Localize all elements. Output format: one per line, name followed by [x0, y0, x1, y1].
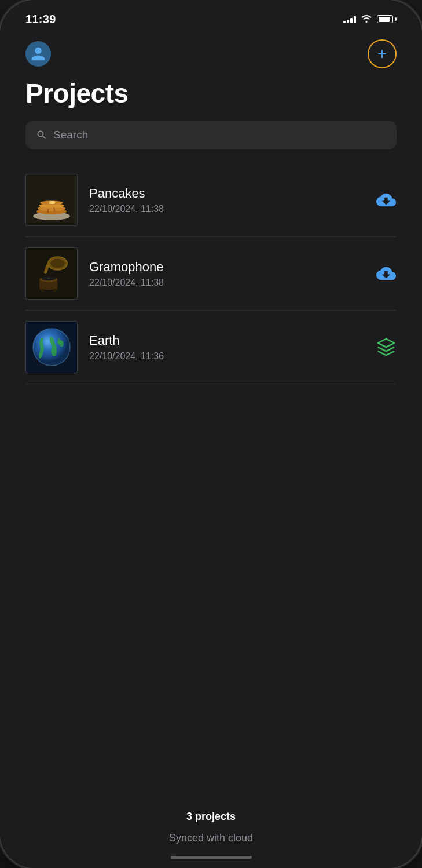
project-thumbnail-gramophone — [25, 247, 78, 300]
project-date: 22/10/2024, 11:38 — [89, 204, 364, 214]
project-thumbnail-pancakes — [25, 174, 78, 226]
project-date: 22/10/2024, 11:36 — [89, 351, 364, 362]
svg-point-12 — [47, 278, 50, 279]
status-icons — [343, 14, 397, 25]
project-name: Gramophone — [89, 260, 364, 275]
svg-rect-14 — [54, 289, 56, 293]
project-info-earth: Earth 22/10/2024, 11:36 — [89, 333, 364, 362]
project-info-gramophone: Gramophone 22/10/2024, 11:38 — [89, 260, 364, 288]
status-bar: 11:39 — [0, 0, 422, 32]
page-title: Projects — [25, 78, 397, 109]
pancakes-image — [28, 177, 75, 223]
wifi-icon — [361, 14, 372, 25]
battery-icon — [377, 15, 397, 23]
project-info-pancakes: Pancakes 22/10/2024, 11:38 — [89, 186, 364, 214]
header: + Projects — [0, 32, 422, 163]
search-icon — [36, 129, 47, 141]
phone-frame: 11:39 — [0, 0, 422, 868]
user-icon — [30, 46, 46, 62]
3d-box-icon — [376, 337, 397, 358]
search-input[interactable] — [53, 129, 386, 141]
projects-list: Pancakes 22/10/2024, 11:38 — [0, 163, 422, 793]
signal-icon — [343, 15, 356, 23]
svg-rect-13 — [42, 289, 44, 293]
svg-point-8 — [50, 259, 65, 268]
list-item[interactable]: Pancakes 22/10/2024, 11:38 — [25, 163, 397, 237]
project-date: 22/10/2024, 11:38 — [89, 278, 364, 288]
project-name: Pancakes — [89, 186, 364, 201]
project-thumbnail-earth — [25, 321, 78, 373]
earth-image — [28, 324, 75, 370]
home-bar — [171, 856, 252, 859]
list-item[interactable]: Gramophone 22/10/2024, 11:38 — [25, 237, 397, 311]
avatar-button[interactable] — [25, 41, 51, 67]
search-bar[interactable] — [25, 121, 397, 149]
cloud-download-icon — [376, 189, 397, 210]
project-name: Earth — [89, 333, 364, 348]
projects-count: 3 projects — [186, 811, 236, 823]
home-indicator — [0, 856, 422, 868]
gramophone-image — [31, 253, 72, 294]
footer: 3 projects Synced with cloud — [0, 793, 422, 856]
status-time: 11:39 — [25, 13, 56, 26]
list-item[interactable]: Earth 22/10/2024, 11:36 — [25, 311, 397, 384]
cloud-download-icon — [376, 263, 397, 284]
svg-rect-5 — [49, 201, 55, 204]
sync-status: Synced with cloud — [169, 832, 253, 844]
add-project-button[interactable]: + — [368, 39, 397, 68]
